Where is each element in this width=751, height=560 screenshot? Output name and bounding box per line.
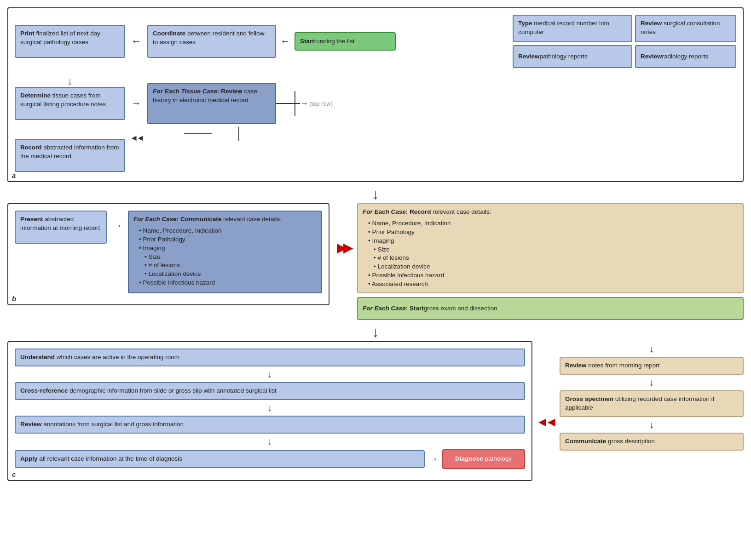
arrow-gross-to-communicate: ↓: [560, 419, 744, 431]
arrow-determine-to-foreach: →: [125, 86, 147, 109]
diagnose-rest: pathology: [485, 455, 512, 463]
rec-item-8: • Associated research: [363, 280, 738, 289]
start-gross-italic: For Each Case: [363, 304, 406, 313]
review-notes-box: Review notes from morning report: [560, 357, 744, 375]
rec-item-5: • # of lesions: [363, 254, 738, 263]
rec-item-7: • Possible infectious hazard: [363, 271, 738, 280]
start-gross-bold: : Start: [406, 304, 424, 313]
start-gross-box: For Each Case: Start gross exam and diss…: [357, 297, 744, 320]
review-radiology-bold: Review: [641, 52, 662, 61]
start-bold: Start: [300, 37, 314, 46]
section-a-label: a: [12, 171, 16, 179]
communicate-italic: For Each Case: [133, 216, 177, 223]
record-box: Record abstracted information from the m…: [15, 139, 125, 172]
for-each-tissue-italic: For Each Tissue Case: [153, 88, 217, 95]
arrow-apply-to-diagnose: →: [428, 453, 439, 465]
understand-bold: Understand: [20, 354, 55, 360]
arrow-b-to-right: ▶▶: [337, 203, 350, 255]
section-c-outer: Understand which cases are active in the…: [7, 341, 744, 481]
print-box: Print finalized list of next day surgica…: [15, 25, 125, 58]
comm-item-4: • Size: [133, 253, 317, 262]
cross-ref-bold: Cross-reference: [20, 387, 68, 394]
coordinate-box: Coordinate between resident and fellow t…: [147, 25, 276, 58]
review-annot-rest: annotations from surgical list and gross…: [42, 421, 184, 428]
communicate-rest: relevant case details:: [221, 216, 282, 223]
type-box: Type medical record number into computer: [513, 15, 632, 42]
comm-item-1: • Name, Procedure, Indication: [133, 227, 317, 235]
review-annot-bold: Review: [20, 421, 42, 428]
arrow-startgross-to-reviewnotes: ↓: [560, 343, 744, 355]
arrow-understand-to-cross: ↓: [15, 368, 525, 380]
section-c-panel: Understand which cases are active in the…: [7, 341, 532, 481]
determine-bold: Determine: [20, 92, 51, 99]
arrow-cross-to-review: ↓: [15, 402, 525, 414]
start-rest: running the list: [314, 37, 355, 46]
rec-item-1: • Name, Procedure, Indication: [363, 219, 738, 228]
rec-item-4: • Size: [363, 246, 738, 254]
arrow-c-right-to-left: ◄◄: [532, 341, 558, 429]
section-c-label: c: [12, 470, 16, 478]
communicate-gross-box: Communicate gross description: [560, 433, 744, 451]
arrow-review-to-apply: ↓: [15, 435, 525, 447]
section-c-right: ↓ Review notes from morning report ↓ Gro…: [560, 341, 744, 451]
arrow-reviewnotes-to-gross: ↓: [560, 377, 744, 389]
cross-ref-rest: demographic information from slide or gr…: [68, 387, 277, 394]
record-bold: Record: [20, 144, 42, 151]
apply-rest: all relevant case information at the tim…: [38, 455, 182, 462]
arrow-print-to-determine: ↓: [15, 76, 125, 87]
present-bold: Present: [20, 216, 43, 223]
for-each-tissue-box: For Each Tissue Case: Review case histor…: [147, 83, 276, 124]
double-arrow-back: ◄◄: [125, 128, 147, 143]
comm-item-7: • Possible infectious hazard: [133, 279, 317, 287]
review-radiology-rest: radiology reports: [662, 52, 709, 61]
arrow-coord-to-print: ←: [125, 35, 147, 47]
start-box: Start running the list: [295, 32, 396, 51]
review-notes-rest: notes from morning report: [587, 362, 660, 369]
diagnose-box: Diagnose pathology: [442, 449, 525, 469]
type-rest: medical record number into computer: [518, 20, 609, 35]
cross-ref-box: Cross-reference demographic information …: [15, 382, 525, 400]
review-surgical-box: Review surgical consultation notes: [635, 15, 736, 42]
diagnose-bold: Diagnose: [455, 455, 483, 463]
section-b-outer: Present abstracted information at mornin…: [7, 203, 744, 320]
record-case-box: For Each Case: Record relevant case deta…: [357, 203, 744, 293]
arrow-b-to-c: ↓: [7, 325, 744, 339]
present-box: Present abstracted information at mornin…: [15, 211, 107, 244]
record-italic: For Each Case: [363, 208, 406, 215]
comm-item-3: • Imaging: [133, 244, 317, 253]
understand-box: Understand which cases are active in the…: [15, 349, 525, 366]
section-b-panel: Present abstracted information at mornin…: [7, 203, 329, 305]
record-rest-b: relevant case details:: [431, 208, 491, 215]
arrow-present-to-communicate: →: [112, 211, 122, 232]
review-pathology-box: Review pathology reports: [513, 45, 632, 68]
coordinate-bold: Coordinate: [153, 30, 185, 37]
type-bold: Type: [518, 20, 532, 27]
apply-box: Apply all relevant case information at t…: [15, 450, 425, 468]
arrow-determine-to-record: [15, 128, 125, 139]
rec-item-3: • Imaging: [363, 237, 738, 246]
record-bold-b: : Record: [406, 208, 431, 215]
rec-item-2: • Prior Pathology: [363, 228, 738, 237]
start-gross-rest: gross exam and dissection: [424, 304, 497, 313]
arrow-start-to-coord: ←: [276, 35, 295, 47]
gross-specimen-bold: Gross specimen: [565, 395, 613, 402]
comm-item-6: • Localization device: [133, 270, 317, 279]
arrow-a-to-b: ↓: [7, 187, 744, 201]
comm-item-2: • Prior Pathology: [133, 235, 317, 244]
diagram-container: Print finalized list of next day surgica…: [7, 7, 744, 481]
review-annot-box: Review annotations from surgical list an…: [15, 416, 525, 434]
communicate-box: For Each Case: Communicate relevant case…: [128, 211, 322, 293]
for-each-tissue-bold: : Review: [217, 88, 243, 95]
gross-specimen-box: Gross specimen utilizing recorded case i…: [560, 390, 744, 417]
review-pathology-rest: pathology reports: [540, 52, 588, 61]
section-b-right: For Each Case: Record relevant case deta…: [357, 203, 744, 320]
rec-item-6: • Localization device: [363, 263, 738, 271]
review-surgical-bold: Review: [641, 20, 662, 27]
understand-rest: which cases are active in the operating …: [55, 354, 179, 360]
review-notes-bold: Review: [565, 362, 587, 369]
apply-bold: Apply: [20, 455, 38, 462]
comm-item-5: • # of lesions: [133, 261, 317, 270]
communicate-gross-bold: Communicate: [565, 438, 606, 445]
section-b-label: b: [12, 295, 16, 303]
section-a: Print finalized list of next day surgica…: [7, 7, 744, 182]
